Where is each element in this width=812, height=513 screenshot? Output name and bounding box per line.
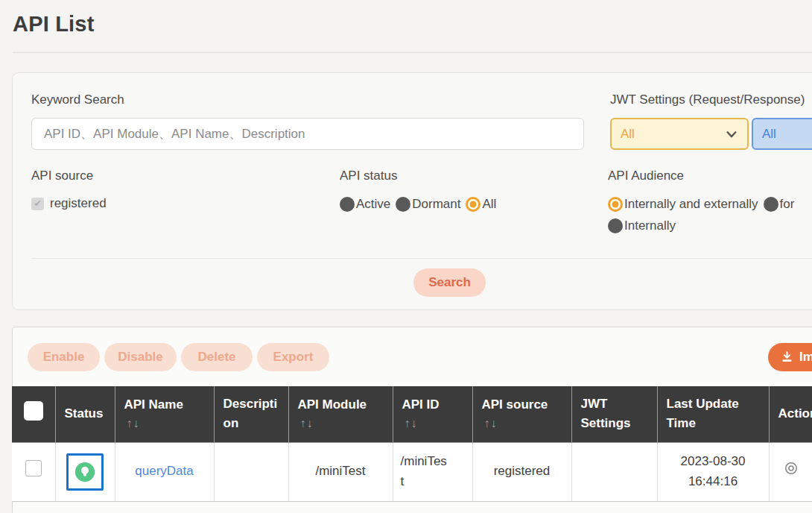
- api-source-registered-option: ✔ registered: [31, 196, 107, 211]
- search-panel: Keyword Search JWT Settings (Request/Res…: [12, 72, 812, 310]
- api-table: Status API Name ↑↓ Description API Modul…: [12, 386, 812, 502]
- radio-internally-externally[interactable]: [608, 197, 623, 212]
- row-jwt-settings-cell: [571, 442, 657, 501]
- radio-active-label: Active: [356, 197, 390, 212]
- status-toggle-button[interactable]: [66, 453, 104, 491]
- jwt-request-select[interactable]: All: [610, 118, 749, 150]
- column-header-api-name-label: API Name: [124, 397, 183, 412]
- radio-active[interactable]: [340, 197, 355, 212]
- title-divider: [13, 52, 812, 53]
- row-status-cell: [55, 442, 115, 501]
- api-status-label: API status: [340, 169, 397, 183]
- row-api-module-cell: /miniTest: [288, 442, 393, 501]
- api-status-option-all: All: [466, 197, 496, 212]
- column-header-description-label: Description: [223, 397, 278, 430]
- keyword-search-label: Keyword Search: [31, 92, 124, 107]
- column-header-description: Description: [214, 386, 288, 442]
- column-header-api-module[interactable]: API Module ↑↓: [288, 386, 393, 442]
- api-audience-options-row-2: Internally: [608, 218, 681, 233]
- column-header-api-module-label: API Module: [298, 397, 367, 412]
- radio-for[interactable]: [764, 197, 778, 212]
- chevron-down-icon: [725, 128, 738, 141]
- api-audience-option-internally: Internally: [608, 218, 676, 233]
- api-status-option-dormant: Dormant: [396, 197, 460, 212]
- import-button-label: Import: [799, 350, 812, 365]
- delete-button[interactable]: Delete: [181, 343, 253, 371]
- registered-checkbox[interactable]: ✔: [31, 198, 44, 210]
- search-panel-divider: [31, 258, 812, 259]
- radio-dormant[interactable]: [396, 197, 410, 212]
- column-header-last-update-time-label: Last Update Time: [667, 397, 739, 430]
- api-source-label: API source: [31, 169, 93, 183]
- select-all-header: [12, 386, 55, 442]
- enable-button[interactable]: Enable: [28, 343, 100, 371]
- page-content: API List Keyword Search JWT Settings (Re…: [0, 0, 812, 513]
- row-description-cell: [214, 442, 288, 501]
- select-all-checkbox[interactable]: [24, 401, 43, 421]
- column-header-jwt-settings: JWT Settings: [571, 386, 657, 442]
- sort-icon[interactable]: ↑↓: [402, 415, 463, 433]
- jwt-response-select[interactable]: All: [752, 118, 812, 150]
- column-header-api-id-label: API ID: [402, 397, 440, 412]
- row-api-source-cell: registered: [472, 442, 571, 501]
- api-status-options: Active Dormant All: [340, 197, 501, 212]
- header-row: Status API Name ↑↓ Description API Modul…: [12, 386, 812, 442]
- jwt-settings-label: JWT Settings (Request/Response): [610, 92, 805, 107]
- column-header-status: Status: [55, 386, 115, 442]
- row-api-name-cell: queryData: [115, 442, 214, 501]
- radio-all-label: All: [482, 197, 496, 212]
- column-header-action: Action: [769, 386, 812, 442]
- column-header-last-update-time: Last Update Time: [657, 386, 769, 442]
- column-header-api-source-label: API source: [482, 397, 548, 412]
- radio-internally-label: Internally: [624, 218, 676, 233]
- sort-icon[interactable]: ↑↓: [482, 415, 562, 433]
- radio-internally[interactable]: [608, 218, 623, 233]
- row-last-update-time-cell: 2023-08-30 16:44:16: [657, 442, 769, 501]
- active-bulb-icon: [74, 461, 96, 483]
- row-checkbox[interactable]: [25, 460, 42, 476]
- column-header-api-id[interactable]: API ID ↑↓: [393, 386, 472, 442]
- column-header-api-source[interactable]: API source ↑↓: [472, 386, 571, 442]
- keyword-search-input[interactable]: [31, 118, 584, 150]
- jwt-request-selected-value: All: [621, 127, 635, 142]
- sort-icon[interactable]: ↑↓: [124, 415, 205, 433]
- radio-for-label: for: [780, 197, 795, 212]
- column-header-api-name[interactable]: API Name ↑↓: [115, 386, 214, 442]
- search-button[interactable]: Search: [413, 268, 486, 297]
- row-api-id-cell: /miniTest: [393, 442, 472, 501]
- radio-all[interactable]: [466, 197, 480, 212]
- view-button[interactable]: [783, 460, 799, 479]
- sort-icon[interactable]: ↑↓: [298, 415, 384, 433]
- import-button[interactable]: Import: [768, 343, 812, 371]
- table-panel: Enable Disable Delete Export Import: [12, 327, 812, 513]
- api-audience-option-for: for: [764, 197, 795, 212]
- disable-button[interactable]: Disable: [104, 343, 177, 371]
- radio-internally-externally-label: Internally and externally: [624, 197, 758, 212]
- column-header-action-label: Action: [778, 406, 812, 421]
- table-row: queryData /miniTest /miniTest registered…: [12, 442, 812, 501]
- column-header-jwt-settings-label: JWT Settings: [581, 397, 631, 430]
- api-name-link[interactable]: queryData: [135, 464, 193, 478]
- api-audience-label: API Audience: [608, 169, 684, 183]
- api-status-option-active: Active: [340, 197, 390, 212]
- api-audience-option-internally-externally: Internally and externally: [608, 197, 758, 212]
- registered-label: registered: [50, 196, 107, 211]
- row-select-cell: [12, 442, 55, 501]
- column-header-status-label: Status: [65, 406, 104, 421]
- radio-dormant-label: Dormant: [412, 197, 460, 212]
- row-api-id-value: /miniTest: [401, 452, 448, 491]
- api-audience-options-row-1: Internally and externally for: [608, 197, 799, 212]
- jwt-response-selected-value: All: [762, 127, 776, 142]
- export-button[interactable]: Export: [257, 343, 329, 371]
- eye-icon: [783, 460, 799, 476]
- download-icon: [780, 350, 794, 365]
- page-title: API List: [13, 12, 95, 37]
- row-action-cell: [769, 442, 812, 501]
